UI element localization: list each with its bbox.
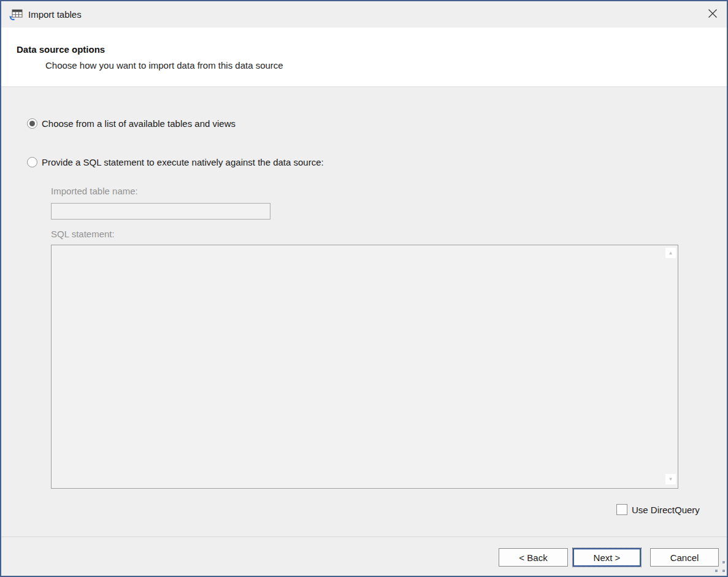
radio-unselected-icon — [27, 157, 37, 167]
page-header: Data source options Choose how you want … — [1, 28, 727, 87]
close-icon — [707, 8, 718, 21]
radio-selected-icon — [27, 118, 37, 129]
resize-grip[interactable] — [714, 561, 725, 572]
scroll-up-button[interactable]: ▲ — [665, 248, 676, 258]
scroll-up-icon: ▲ — [669, 250, 673, 256]
titlebar: Import tables — [1, 1, 727, 28]
page-title: Data source options — [17, 44, 105, 55]
cancel-button[interactable]: Cancel — [650, 548, 719, 567]
footer-divider — [1, 537, 727, 537]
imported-table-name-label: Imported table name: — [51, 186, 138, 196]
window-title: Import tables — [28, 9, 82, 20]
dialog-body: Choose from a list of available tables a… — [1, 88, 727, 576]
radio-choose-from-list[interactable]: Choose from a list of available tables a… — [27, 118, 236, 129]
radio-provide-sql-label: Provide a SQL statement to execute nativ… — [42, 157, 324, 167]
use-directquery-option[interactable]: Use DirectQuery — [616, 504, 700, 515]
sql-statement-label: SQL statement: — [51, 229, 115, 239]
directquery-checkbox[interactable] — [616, 504, 627, 515]
import-table-icon — [9, 7, 23, 22]
next-button[interactable]: Next > — [573, 548, 641, 567]
scroll-down-icon: ▼ — [669, 476, 673, 482]
scroll-down-button[interactable]: ▼ — [665, 474, 676, 484]
radio-choose-from-list-label: Choose from a list of available tables a… — [42, 118, 236, 129]
directquery-label: Use DirectQuery — [632, 505, 700, 515]
import-tables-dialog: Import tables Data source options Choose… — [0, 0, 728, 577]
page-subtitle: Choose how you want to import data from … — [45, 60, 283, 71]
sql-statement-textarea[interactable] — [52, 245, 678, 488]
imported-table-name-input[interactable] — [51, 203, 270, 220]
sql-statement-box: ▲ ▼ — [51, 245, 678, 489]
back-button[interactable]: < Back — [499, 548, 568, 567]
radio-provide-sql[interactable]: Provide a SQL statement to execute nativ… — [27, 157, 324, 167]
close-button[interactable] — [699, 1, 727, 28]
